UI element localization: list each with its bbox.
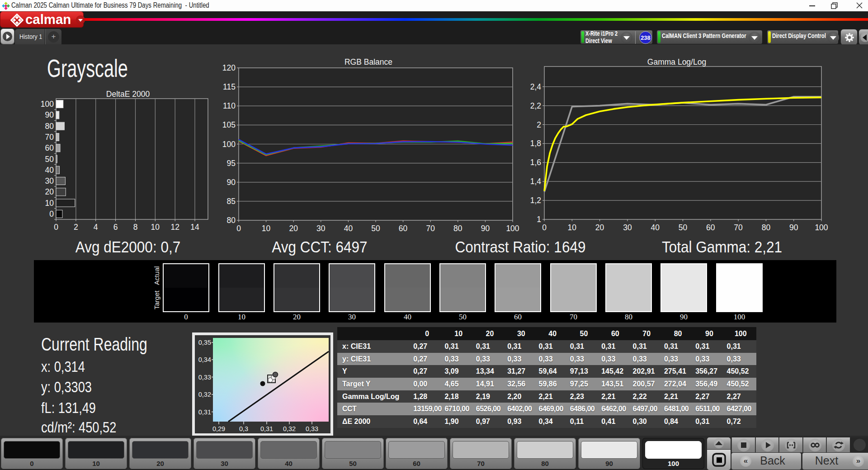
svg-text:50: 50 — [371, 224, 380, 233]
svg-text:20: 20 — [595, 223, 604, 232]
svg-text:100: 100 — [506, 224, 519, 233]
svg-text:80: 80 — [762, 223, 771, 232]
svg-text:0: 0 — [542, 223, 547, 232]
svg-text:60: 60 — [45, 143, 54, 152]
svg-text:0,33: 0,33 — [306, 425, 318, 432]
svg-text:50: 50 — [679, 223, 688, 232]
svg-text:0,31: 0,31 — [198, 408, 211, 416]
svg-text:1,8: 1,8 — [530, 139, 541, 148]
svg-text:0,32: 0,32 — [198, 391, 211, 398]
svg-text:4: 4 — [94, 223, 98, 232]
svg-text:40: 40 — [45, 166, 54, 175]
svg-text:60: 60 — [399, 224, 408, 233]
svg-text:90: 90 — [227, 178, 236, 187]
svg-text:85: 85 — [227, 197, 236, 206]
svg-text:30: 30 — [623, 223, 632, 232]
svg-text:1,2: 1,2 — [530, 196, 541, 205]
svg-text:100: 100 — [41, 100, 54, 109]
svg-text:110: 110 — [223, 101, 236, 110]
svg-text:60: 60 — [706, 223, 715, 232]
svg-text:100: 100 — [815, 223, 828, 232]
svg-text:DeltaE 2000: DeltaE 2000 — [106, 90, 150, 99]
svg-text:95: 95 — [227, 159, 236, 168]
svg-text:8: 8 — [133, 223, 138, 232]
svg-text:1,4: 1,4 — [530, 177, 542, 186]
svg-text:10: 10 — [262, 224, 271, 233]
svg-text:120: 120 — [222, 63, 236, 72]
svg-text:40: 40 — [344, 224, 353, 233]
svg-text:0,33: 0,33 — [198, 374, 211, 381]
svg-text:100: 100 — [222, 140, 236, 149]
svg-text:0,3: 0,3 — [239, 425, 248, 432]
svg-text:70: 70 — [426, 224, 435, 233]
svg-text:6: 6 — [113, 223, 118, 232]
svg-text:40: 40 — [651, 223, 660, 232]
svg-text:0,32: 0,32 — [283, 425, 296, 432]
svg-text:0,29: 0,29 — [212, 425, 225, 432]
svg-text:2: 2 — [537, 120, 541, 129]
svg-text:90: 90 — [789, 223, 798, 232]
svg-text:0,35: 0,35 — [198, 339, 211, 346]
svg-text:115: 115 — [223, 82, 236, 91]
svg-text:70: 70 — [734, 223, 743, 232]
svg-text:10: 10 — [45, 199, 54, 208]
svg-text:20: 20 — [289, 224, 298, 233]
svg-text:RGB Balance: RGB Balance — [344, 57, 392, 66]
svg-text:14: 14 — [190, 223, 199, 232]
svg-text:0: 0 — [236, 224, 241, 233]
svg-text:90: 90 — [45, 110, 54, 119]
svg-text:50: 50 — [45, 155, 54, 164]
svg-text:0: 0 — [54, 223, 58, 232]
svg-text:80: 80 — [45, 122, 54, 131]
svg-text:105: 105 — [222, 120, 236, 129]
svg-text:10: 10 — [151, 223, 160, 232]
svg-text:30: 30 — [316, 224, 326, 233]
svg-text:70: 70 — [45, 133, 54, 142]
svg-text:80: 80 — [453, 224, 462, 233]
svg-text:20: 20 — [45, 187, 54, 196]
svg-text:30: 30 — [45, 176, 54, 185]
svg-text:12: 12 — [170, 223, 179, 232]
svg-text:2,2: 2,2 — [530, 101, 541, 110]
svg-text:10: 10 — [568, 223, 577, 232]
svg-text:90: 90 — [481, 224, 490, 233]
svg-text:1: 1 — [537, 215, 541, 224]
svg-text:Gamma Log/Log: Gamma Log/Log — [647, 57, 706, 66]
svg-text:80: 80 — [227, 216, 236, 225]
svg-text:0,34: 0,34 — [198, 356, 211, 363]
svg-text:2,4: 2,4 — [530, 82, 542, 91]
svg-text:1,6: 1,6 — [530, 158, 541, 167]
svg-text:2: 2 — [74, 223, 78, 232]
svg-text:0: 0 — [49, 209, 54, 218]
svg-text:0,31: 0,31 — [260, 425, 273, 432]
